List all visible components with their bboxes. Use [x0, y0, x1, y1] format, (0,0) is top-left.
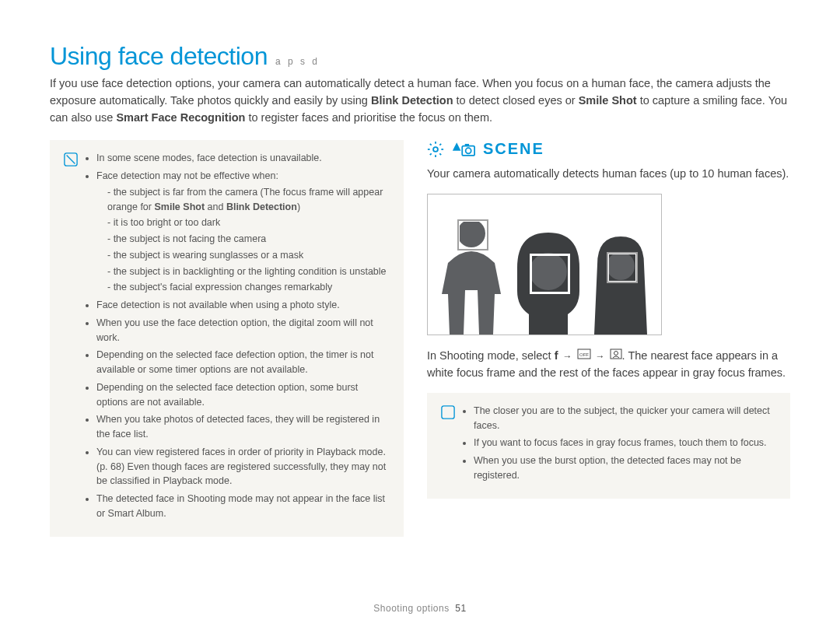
arrow-icon: →: [562, 351, 574, 362]
svg-line-9: [439, 144, 441, 145]
list-item: the subject is far from the camera (The …: [107, 185, 390, 215]
svg-point-20: [614, 352, 618, 356]
list-item: The detected face in Shooting mode may n…: [96, 492, 390, 521]
svg-point-12: [466, 148, 471, 153]
sample-illustration: [427, 194, 662, 335]
note-icon: [441, 405, 455, 419]
intro-paragraph: If you use face detection options, your …: [50, 75, 790, 126]
list-item: the subject is wearing sunglasses or a m…: [107, 248, 390, 263]
right-notes-list: The closer you are to the subject, the q…: [463, 404, 776, 486]
svg-line-6: [430, 144, 432, 145]
svg-rect-13: [465, 144, 469, 146]
list-item: When you use the face detection option, …: [96, 316, 390, 345]
note-icon: [64, 152, 78, 166]
list-item: Depending on the selected face defection…: [96, 348, 390, 377]
camera-up-icon: [452, 141, 475, 158]
page-title: Using face detection: [50, 42, 268, 71]
list-item: Depending on the selected face detection…: [96, 380, 390, 410]
focus-frame-gray: [607, 252, 638, 283]
svg-line-8: [430, 153, 432, 155]
list-item: You can view registered faces in order o…: [96, 445, 390, 489]
page-footer: Shooting options 51: [0, 603, 840, 614]
list-item: the subject's facial expression changes …: [107, 280, 390, 295]
svg-text:OFF: OFF: [579, 352, 589, 357]
detect-description: Your camera automatically detects human …: [427, 166, 790, 183]
list-item: The closer you are to the subject, the q…: [474, 404, 776, 433]
face-off-icon: OFF: [577, 348, 591, 365]
svg-line-7: [439, 153, 441, 155]
face-detect-icon: [610, 348, 622, 365]
list-item: Face detection may not be effective when…: [96, 169, 390, 295]
gear-icon: [427, 141, 444, 158]
instruction-text: In Shooting mode, select f → OFF → . The…: [427, 348, 790, 382]
focus-frame-white: [530, 254, 570, 294]
list-item: Face detection is not available when usi…: [96, 298, 390, 313]
list-item: it is too bright or too dark: [107, 215, 390, 230]
mode-icons-row: SCENE: [427, 140, 790, 158]
notes-box-right: The closer you are to the subject, the q…: [427, 393, 790, 499]
svg-rect-21: [442, 406, 454, 419]
svg-point-1: [433, 147, 438, 152]
mode-letters: a p s d: [275, 56, 320, 67]
list-item: When you take photos of detected faces, …: [96, 412, 390, 442]
focus-frame-gray: [457, 219, 488, 250]
arrow-icon: →: [594, 351, 607, 362]
list-item: the subject is in backlighting or the li…: [107, 264, 390, 279]
left-notes-list: In some scene modes, face detection is u…: [86, 151, 390, 524]
scene-label: SCENE: [483, 140, 544, 158]
svg-marker-10: [453, 142, 461, 151]
svg-rect-19: [611, 349, 621, 359]
list-item: If you want to focus faces in gray focus…: [474, 436, 776, 450]
notes-box-left: In some scene modes, face detection is u…: [50, 140, 404, 536]
list-item: When you use the burst option, the detec…: [474, 454, 776, 483]
list-item: the subject is not facing the camera: [107, 232, 390, 247]
list-item: In some scene modes, face detection is u…: [96, 151, 390, 166]
